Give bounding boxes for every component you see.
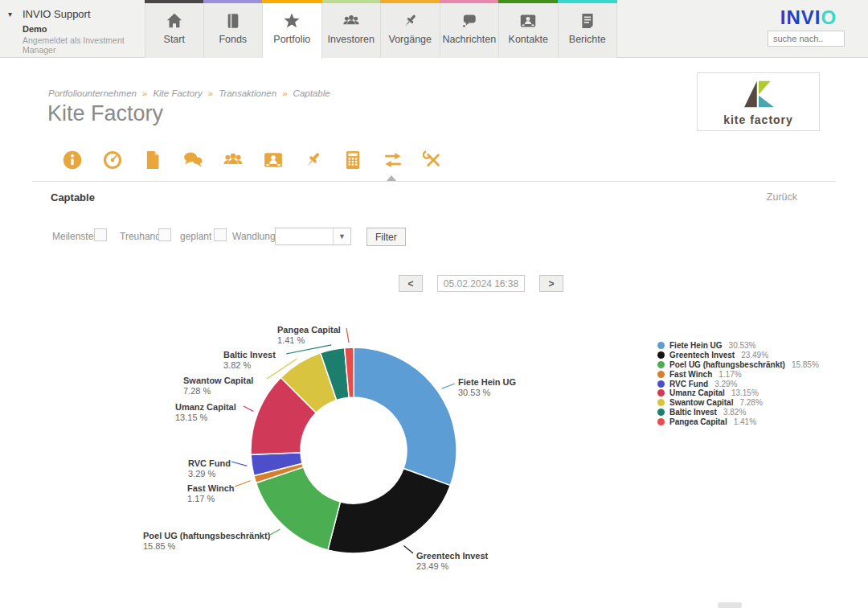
legend-percent: 1.17% — [719, 370, 741, 379]
tab-color-bar — [203, 0, 264, 3]
label-leader-line — [403, 546, 413, 553]
gauge-icon — [102, 159, 123, 173]
star-icon — [263, 12, 321, 31]
info-circle-icon — [62, 159, 83, 173]
company-tab-contacts[interactable] — [262, 150, 285, 172]
slice-label-percent: 15.85 % — [143, 541, 176, 551]
contact-card-icon — [499, 12, 558, 31]
filter-label-geplant: geplant — [180, 231, 211, 242]
tab-label: Berichte — [559, 34, 617, 45]
legend-name: Baltic Invest — [669, 408, 717, 417]
tab-label: Vorgänge — [381, 34, 440, 45]
donut-slice-fiete-hein-ug[interactable] — [354, 347, 457, 486]
account-mandate: Demo — [23, 24, 141, 34]
legend-percent: 1.41% — [734, 417, 756, 426]
legend-percent: 7.28% — [739, 398, 762, 407]
slice-label-name: Baltic Invest — [223, 350, 276, 359]
back-link[interactable]: Zurück — [767, 191, 797, 203]
legend-dot-icon — [657, 399, 665, 406]
legend-percent: 30.53% — [729, 341, 756, 350]
tab-portfolio[interactable]: Portfolio — [263, 0, 322, 59]
account-switcher[interactable]: ▾ INVIO Support Demo Angemeldet als Inve… — [6, 8, 141, 55]
pushpin-icon — [302, 159, 323, 173]
company-tab-messages[interactable] — [182, 150, 204, 172]
company-tab-documents[interactable] — [141, 150, 164, 172]
label-leader-line — [270, 529, 280, 535]
label-leader-line — [244, 406, 253, 411]
breadcrumb-item[interactable]: Portfoliounternehmen — [48, 88, 137, 98]
wandlung-label: Wandlung — [232, 231, 276, 242]
legend-item-rvc-fund[interactable]: RVC Fund3.29% — [657, 379, 819, 388]
legend-item-baltic-invest[interactable]: Baltic Invest3.82% — [657, 408, 819, 417]
tab-color-bar — [380, 0, 440, 3]
legend-percent: 3.82% — [723, 408, 746, 417]
tab-investoren[interactable]: Investoren — [322, 0, 382, 58]
tab-label: Start — [145, 34, 203, 45]
legend-item-umanz-capital[interactable]: Umanz Capital13.15% — [657, 388, 819, 398]
legend-item-poel-ug-haftungsbeschr-nkt[interactable]: Poel UG (haftungsbeschränkt)15.85% — [657, 360, 819, 370]
filter-checkbox-treuhand[interactable] — [158, 228, 171, 241]
tab-vorgaenge[interactable]: Vorgänge — [381, 0, 440, 58]
document-icon — [142, 159, 163, 173]
legend-name: Umanz Capital — [669, 388, 725, 397]
company-tab-info[interactable] — [61, 150, 84, 172]
filter-checkbox-geplant[interactable] — [214, 228, 227, 241]
slice-label-percent: 3.82 % — [223, 360, 251, 370]
tab-nachrichten[interactable]: Nachrichten — [440, 0, 500, 58]
calculator-icon — [342, 159, 363, 173]
legend-item-fast-winch[interactable]: Fast Winch1.17% — [657, 369, 819, 379]
company-tab-transactions[interactable] — [382, 150, 404, 172]
legend-item-greentech-invest[interactable]: Greentech Invest23.49% — [657, 351, 819, 360]
legend-dot-icon — [657, 389, 665, 396]
invio-logo-part1: INVI — [780, 6, 821, 28]
company-tab-dashboard[interactable] — [101, 150, 124, 172]
company-tab-investors[interactable] — [222, 150, 244, 172]
legend-item-swantow-capital[interactable]: Swantow Capital7.28% — [657, 398, 819, 408]
legend-item-pangea-capital[interactable]: Pangea Capital1.41% — [657, 417, 819, 426]
account-role: Angemeldet als Investment Manager — [23, 35, 141, 55]
tab-fonds[interactable]: Fonds — [204, 0, 264, 58]
filter-button[interactable]: Filter — [366, 228, 406, 246]
company-tab-pins[interactable] — [301, 150, 324, 172]
legend-name: Fast Winch — [669, 370, 712, 379]
legend-name: Poel UG (haftungsbeschränkt) — [669, 360, 785, 369]
company-logo: kite factory — [697, 72, 820, 131]
slice-label-name: Fiete Hein UG — [458, 377, 516, 387]
breadcrumb-item[interactable]: Transaktionen — [219, 88, 276, 98]
date-input[interactable] — [437, 275, 525, 292]
tab-kontakte[interactable]: Kontakte — [499, 0, 559, 58]
slice-label-name: Umanz Capital — [175, 402, 236, 412]
active-tab-pointer-icon — [387, 175, 396, 181]
slice-label-percent: 3.29 % — [188, 469, 215, 479]
company-tab-calculator[interactable] — [342, 150, 364, 172]
breadcrumb-item: Captable — [293, 88, 330, 98]
invio-logo-part2: O — [821, 6, 837, 28]
filter-checkbox-meilenstein[interactable] — [94, 228, 107, 241]
legend-dot-icon — [657, 409, 665, 416]
date-navigation: < > — [0, 275, 868, 294]
next-date-button[interactable]: > — [539, 275, 563, 292]
legend-percent: 13.15% — [731, 388, 759, 397]
legend-item-fiete-hein-ug[interactable]: Fiete Hein UG30.53% — [657, 341, 819, 351]
chevron-down-icon: ▼ — [333, 228, 350, 244]
search-input[interactable] — [768, 31, 845, 47]
contact-card-icon — [263, 159, 284, 173]
slice-label-name: Poel UG (haftungsbeschränkt) — [143, 531, 271, 540]
people-icon — [223, 159, 244, 173]
company-tab-tools[interactable] — [422, 150, 444, 172]
tab-color-bar — [498, 0, 559, 3]
donut-slice-greentech-invest[interactable] — [328, 468, 450, 553]
kite-logo-icon — [736, 78, 781, 110]
wandlung-dropdown[interactable]: ▼ — [275, 228, 351, 245]
tab-label: Portfolio — [263, 34, 321, 45]
breadcrumb-item[interactable]: Kite Factory — [153, 88, 202, 98]
prev-date-button[interactable]: < — [399, 275, 423, 292]
invio-logo: INVIO — [770, 6, 847, 29]
tab-berichte[interactable]: Berichte — [559, 0, 618, 58]
slice-label-percent: 7.28 % — [183, 386, 211, 396]
legend-dot-icon — [657, 371, 665, 378]
tab-start[interactable]: Start — [145, 0, 204, 58]
breadcrumb-separator-icon: » — [142, 88, 147, 98]
section-title: Captable — [51, 191, 95, 203]
company-logo-text: kite factory — [698, 113, 819, 126]
